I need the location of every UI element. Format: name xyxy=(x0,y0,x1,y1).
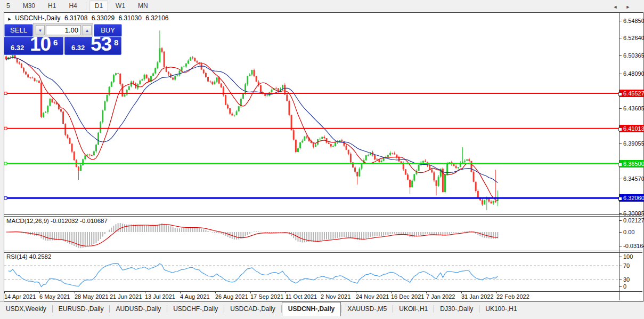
price-tick-label: 6.50365 xyxy=(623,52,644,59)
tab-scroll-right-icon[interactable]: ► xyxy=(624,3,632,11)
rsi-tick-label: 0 xyxy=(623,283,644,290)
price-tick-label: 6.30085 xyxy=(623,210,644,217)
buy-price-panel[interactable]: 6.32 53 8 xyxy=(64,37,121,55)
splitter-macd-rsi-2 xyxy=(4,252,642,253)
rsi-tick xyxy=(619,257,622,257)
sell-price-panel[interactable]: 6.32 10 6 xyxy=(4,37,63,55)
rsi-tick-label: 30 xyxy=(623,276,644,283)
toolbar-separator xyxy=(86,2,86,10)
macd-tick-label: 0.021276 xyxy=(623,217,644,224)
date-label: 4 Aug 2021 xyxy=(180,293,210,300)
timeframe-h4[interactable]: H4 xyxy=(63,1,82,11)
buy-price-big: 53 xyxy=(91,33,111,55)
price-tick xyxy=(619,143,622,144)
chart-header: ▲ USDCNH-,Daily 6.31708 6.33029 6.31030 … xyxy=(6,14,171,22)
rsi-tick-label: 100 xyxy=(623,253,644,260)
symbol-title: USDCNH-,Daily xyxy=(15,14,60,22)
price-tick xyxy=(619,213,622,214)
date-label: 21 Jun 2021 xyxy=(110,293,142,300)
price-line-handle[interactable] xyxy=(618,197,622,201)
date-label: 24 Nov 2021 xyxy=(356,293,389,300)
ohlc-close: 6.32106 xyxy=(145,14,168,22)
macd-label: MACD(12,26,9) -0.012032 -0.010687 xyxy=(6,218,108,224)
price-line-handle[interactable] xyxy=(618,163,622,166)
date-axis-separator xyxy=(4,291,642,292)
timeframe-m30[interactable]: M30 xyxy=(18,1,40,11)
chart-tab-bar: USDX,WeeklyEURUSD-,DailyAUDUSD-,DailyUSD… xyxy=(0,301,644,316)
date-label: 22 Feb 2022 xyxy=(496,293,529,300)
date-label: 11 Oct 2021 xyxy=(286,293,317,300)
ohlc-high: 6.33029 xyxy=(92,14,115,22)
price-line-label: 6.32060 xyxy=(619,194,644,202)
splitter-macd-rsi[interactable] xyxy=(4,251,642,251)
tab-uk100-h1[interactable]: UK100-,H1 xyxy=(479,302,523,316)
date-label: 7 Jan 2022 xyxy=(426,293,455,300)
date-label: 6 May 2021 xyxy=(39,293,70,300)
timeframe-w1[interactable]: W1 xyxy=(110,1,131,11)
price-tick xyxy=(619,108,622,109)
tab-dj30-daily[interactable]: DJ30-,Daily xyxy=(434,302,479,316)
price-tick-label: 6.39055 xyxy=(623,140,644,147)
price-tick-label: 6.54850 xyxy=(623,18,644,24)
price-tick-label: 6.52640 xyxy=(623,35,644,41)
rsi-tick-label: 70 xyxy=(623,262,644,269)
price-line-label: 6.41013 xyxy=(619,125,644,132)
tab-xauusd-m5[interactable]: XAUUSD-,M5 xyxy=(341,302,393,316)
timeframe-5[interactable]: 5 xyxy=(1,1,15,11)
rsi-tick xyxy=(619,266,622,266)
volume-input[interactable] xyxy=(46,25,81,35)
chart-shift-marker-icon: ▲ xyxy=(5,15,12,22)
price-tick-label: 6.43605 xyxy=(623,105,644,111)
price-tick xyxy=(619,21,622,21)
ohlc-low: 6.31030 xyxy=(118,14,141,22)
sell-price-big: 10 xyxy=(30,33,51,55)
macd-tick xyxy=(619,220,622,221)
buy-price-prefix: 6.32 xyxy=(71,44,85,52)
macd-tick-label: 0.00 xyxy=(623,229,644,235)
date-label: 26 Aug 2021 xyxy=(215,293,248,300)
date-label: 17 Sep 2021 xyxy=(250,293,283,300)
price-line-handle[interactable] xyxy=(618,92,622,96)
price-line-handle[interactable] xyxy=(618,127,622,131)
macd-tick xyxy=(619,232,622,233)
trading-terminal: 5M30H1H4D1W1MN ▲ USDCNH-,Daily 6.31708 6… xyxy=(0,0,644,319)
tab-usdcnh-daily[interactable]: USDCNH-,Daily xyxy=(282,302,341,316)
timeframe-toolbar: 5M30H1H4D1W1MN xyxy=(0,0,644,12)
ohlc-open: 6.31708 xyxy=(64,14,87,22)
timeframe-h1[interactable]: H1 xyxy=(43,1,61,11)
tab-audusd-daily[interactable]: AUDUSD-,Daily xyxy=(110,302,167,316)
price-line-label: 6.45527 xyxy=(619,90,644,97)
price-tick xyxy=(619,38,622,38)
one-click-trading-panel: SELL ▼ ▲ BUY 6.32 10 6 6.32 53 8 xyxy=(4,23,121,55)
timeframe-mn[interactable]: MN xyxy=(133,1,153,11)
tab-eurusd-daily[interactable]: EURUSD-,Daily xyxy=(53,302,110,316)
tab-scroll-left-icon[interactable]: ◄ xyxy=(611,3,619,11)
splitter-price-macd-2 xyxy=(4,216,642,217)
chart-canvas[interactable] xyxy=(4,13,619,300)
tab-usdcad-daily[interactable]: USDCAD-,Daily xyxy=(224,302,281,316)
price-tick-label: 6.48090 xyxy=(623,70,644,77)
tab-ukoil-h1[interactable]: UKOil-,H1 xyxy=(393,302,434,316)
date-label: 13 Jul 2021 xyxy=(145,293,175,300)
rsi-layer xyxy=(4,264,619,287)
tab-usdchf-daily[interactable]: USDCHF-,Daily xyxy=(167,302,224,316)
sell-price-prefix: 6.32 xyxy=(11,44,24,52)
sell-button[interactable]: SELL xyxy=(4,24,33,37)
date-label: 2 Nov 2021 xyxy=(321,293,350,300)
macd-tick-label: -0.031644 xyxy=(623,243,644,249)
timeframe-d1[interactable]: D1 xyxy=(89,1,108,11)
splitter-price-macd[interactable] xyxy=(4,214,642,215)
candles-layer xyxy=(5,30,499,210)
price-line-label: 6.36500 xyxy=(619,160,644,168)
date-label: 16 Dec 2021 xyxy=(391,293,424,300)
date-label: 14 Apr 2021 xyxy=(4,293,36,300)
price-tick xyxy=(619,55,622,56)
rsi-label: RSI(14) 40.2582 xyxy=(6,253,51,260)
price-tick xyxy=(619,179,622,179)
tab-usdx-weekly[interactable]: USDX,Weekly xyxy=(0,302,52,316)
macd-layer xyxy=(6,223,498,248)
sell-price-superscript: 6 xyxy=(53,38,58,47)
price-tick-label: 6.34570 xyxy=(623,176,644,182)
rsi-tick xyxy=(619,280,622,280)
date-label: 28 May 2021 xyxy=(75,293,109,300)
